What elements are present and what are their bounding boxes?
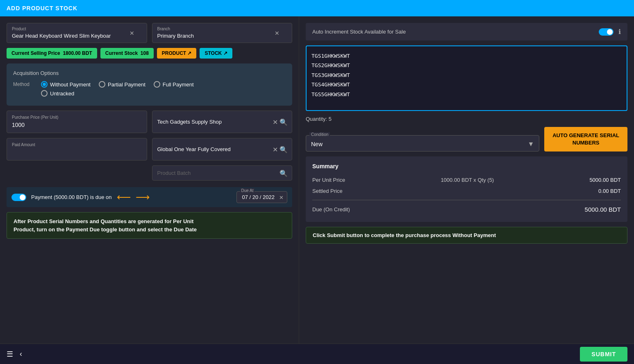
serial-numbers-area[interactable]: TGS1GHKWSKWT TGS2GHKWSKWT TGS3GHKWSKWT T… xyxy=(306,45,627,111)
auto-generate-button[interactable]: AUTO GENERATE SERIAL NUMBERS xyxy=(544,127,627,151)
due-credit-label: Due (On Credit) xyxy=(312,206,350,213)
product-label: Product xyxy=(12,27,142,31)
paid-amount-label: Paid Amount xyxy=(12,142,142,147)
serial-line-2: TGS2GHKWSKWT xyxy=(311,61,622,70)
payment-due-toggle[interactable] xyxy=(11,194,26,201)
settled-price-value: 0.00 BDT xyxy=(598,188,621,194)
purchase-price-field: Purchase Price (Per Unit) xyxy=(7,111,147,133)
radio-partial-payment-label: Partial Payment xyxy=(108,81,145,88)
radio-group: Without Payment Partial Payment Full Pay… xyxy=(41,81,194,88)
selling-price-label: Current Selling Price xyxy=(11,50,60,56)
due-row: Payment (5000.00 BDT) is due on ⟵ ⟶ Due … xyxy=(7,187,292,207)
selling-price-value: 1800.00 BDT xyxy=(63,50,92,56)
hint-box-right: Click Submit button to complete the purc… xyxy=(306,227,627,244)
condition-label: Condition xyxy=(309,132,330,137)
method-row-2: Untracked xyxy=(13,90,286,97)
radio-circle-without-payment xyxy=(41,81,48,88)
product-batch-field[interactable]: Product Batch 🔍 xyxy=(152,165,293,181)
bottom-bar: ☰ ‹ SUBMIT xyxy=(0,344,634,364)
supplier-search-icon[interactable]: 🔍 xyxy=(280,118,288,126)
form-grid: Purchase Price (Per Unit) Tech Gadgets S… xyxy=(7,111,292,181)
settled-price-row: Settled Price 0.00 BDT xyxy=(312,185,621,197)
radio-untracked-label: Untracked xyxy=(50,90,74,97)
auto-increment-row: Auto Increment Stock Available for Sale … xyxy=(306,23,627,41)
due-at-close-icon[interactable]: ✕ xyxy=(279,194,284,200)
serial-line-4: TGS4GHKWSKWT xyxy=(311,80,622,89)
product-close-icon[interactable]: ✕ xyxy=(130,30,134,36)
per-unit-total: 5000.00 BDT xyxy=(589,177,621,183)
radio-circle-partial-payment xyxy=(99,81,105,88)
product-btn[interactable]: PRODUCT ↗ xyxy=(157,48,197,59)
radio-without-payment[interactable]: Without Payment xyxy=(41,81,91,88)
condition-box: Condition New ▼ xyxy=(306,135,539,151)
stock-label: Current Stock xyxy=(105,50,138,56)
branch-field: Branch Primary Branch ✕ xyxy=(152,23,293,43)
condition-select[interactable]: New ▼ xyxy=(311,139,534,148)
arrow-left-icon: ⟵ xyxy=(117,192,131,203)
chips-row: Current Selling Price 1800.00 BDT Curren… xyxy=(7,48,292,59)
serial-line-1: TGS1GHKWSKWT xyxy=(311,51,622,61)
method-row: Method Without Payment Partial Payment F… xyxy=(13,81,286,88)
summary-title: Summary xyxy=(312,163,621,170)
current-stock-chip: Current Stock 108 xyxy=(100,48,154,59)
method-label: Method xyxy=(13,81,38,87)
warranty-field: Global One Year Fully Covered ✕ 🔍 xyxy=(152,138,293,161)
warranty-close-icon[interactable]: ✕ xyxy=(273,145,278,153)
submit-button[interactable]: SUBMIT xyxy=(580,347,627,362)
product-branch-row: Product Gear Head Keyboard Wired Slim Ke… xyxy=(7,23,292,43)
settled-price-label: Settled Price xyxy=(312,188,343,194)
back-icon[interactable]: ‹ xyxy=(20,350,22,359)
main-content: Product Gear Head Keyboard Wired Slim Ke… xyxy=(0,16,634,344)
condition-value: New xyxy=(311,141,323,147)
per-unit-calc: 1000.00 BDT x Qty (5) xyxy=(441,177,494,183)
warranty-value: Global One Year Fully Covered xyxy=(157,146,287,152)
bottom-left: ☰ ‹ xyxy=(7,350,22,359)
condition-dropdown-icon: ▼ xyxy=(527,140,534,148)
per-unit-price-row: Per Unit Price 1000.00 BDT x Qty (5) 500… xyxy=(312,174,621,185)
branch-close-icon[interactable]: ✕ xyxy=(275,30,280,36)
radio-circle-untracked xyxy=(41,90,48,97)
hint-box-left: After Product Serial Numbers and Quantit… xyxy=(7,212,292,239)
due-date-field[interactable]: Due At 07 / 20 / 2022 ✕ xyxy=(236,191,287,203)
serial-line-3: TGS3GHKWSKWT xyxy=(311,70,622,80)
branch-label: Branch xyxy=(157,27,287,31)
summary-section: Summary Per Unit Price 1000.00 BDT x Qty… xyxy=(306,156,627,222)
auto-increment-toggle[interactable] xyxy=(599,28,614,36)
per-unit-price-label: Per Unit Price xyxy=(312,177,345,183)
supplier-field: Tech Gadgets Supply Shop ✕ 🔍 xyxy=(152,111,293,133)
right-panel: Auto Increment Stock Available for Sale … xyxy=(299,16,634,344)
quantity-label: Quantity: 5 xyxy=(306,116,627,122)
acquisition-title: Acquisition Options xyxy=(13,70,286,76)
stock-btn[interactable]: STOCK ↗ xyxy=(200,48,232,59)
page-title: ADD PRODUCT STOCK xyxy=(7,5,77,11)
due-credit-value: 5000.00 BDT xyxy=(585,206,621,213)
info-icon[interactable]: ℹ xyxy=(618,28,621,36)
warranty-search-icon[interactable]: 🔍 xyxy=(280,145,288,153)
ai-right: ℹ xyxy=(599,28,621,36)
radio-partial-payment[interactable]: Partial Payment xyxy=(99,81,145,88)
product-value: Gear Head Keyboard Wired Slim Keyboar xyxy=(12,33,111,39)
condition-generate-row: Condition New ▼ AUTO GENERATE SERIAL NUM… xyxy=(306,127,627,151)
auto-increment-label: Auto Increment Stock Available for Sale xyxy=(312,29,406,35)
radio-circle-full-payment xyxy=(154,81,160,88)
serial-line-5: TGS5GHKWSKWT xyxy=(311,90,622,99)
supplier-close-icon[interactable]: ✕ xyxy=(273,118,278,126)
purchase-price-label: Purchase Price (Per Unit) xyxy=(12,115,142,120)
due-credit-row: Due (On Credit) 5000.00 BDT xyxy=(312,203,621,215)
batch-placeholder: Product Batch xyxy=(157,170,287,176)
branch-value: Primary Branch xyxy=(157,33,194,39)
supplier-value: Tech Gadgets Supply Shop xyxy=(157,119,287,125)
batch-search-icon[interactable]: 🔍 xyxy=(280,169,288,177)
product-field: Product Gear Head Keyboard Wired Slim Ke… xyxy=(7,23,147,43)
hint-left-text: After Product Serial Numbers and Quantit… xyxy=(14,218,197,233)
radio-without-payment-label: Without Payment xyxy=(50,81,91,88)
due-text: Payment (5000.00 BDT) is due on xyxy=(31,194,112,200)
acquisition-section: Acquisition Options Method Without Payme… xyxy=(7,63,292,106)
hamburger-icon[interactable]: ☰ xyxy=(7,350,13,359)
paid-amount-input[interactable] xyxy=(12,149,142,156)
due-at-label: Due At xyxy=(240,188,254,193)
due-date-value: 07 / 20 / 2022 xyxy=(242,194,275,200)
purchase-price-input[interactable] xyxy=(12,122,142,128)
radio-full-payment[interactable]: Full Payment xyxy=(154,81,194,88)
radio-untracked[interactable]: Untracked xyxy=(41,90,74,97)
